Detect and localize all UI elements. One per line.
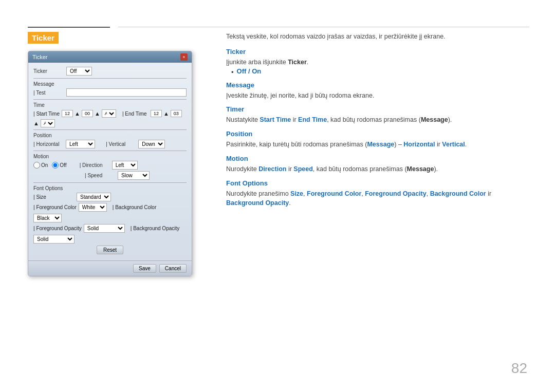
start-time-label: | Start Time xyxy=(33,111,60,117)
position-block: Position Pasirinkite, kaip turėtų būti r… xyxy=(226,130,529,150)
ticker-row: Ticker Off On xyxy=(33,67,187,76)
message-row: | Test xyxy=(33,88,187,97)
message-block: Message Įveskite žinutę, jei norite, kad… xyxy=(226,81,529,101)
off-on-text: Off / On xyxy=(237,67,262,75)
time-group: | Start Time 12 ▲ 00 ▲ AM PM | End Time … xyxy=(33,109,187,127)
intro-text: Tekstą veskite, kol rodomas vaizdo įraša… xyxy=(226,32,529,42)
motion-block-title: Motion xyxy=(226,155,529,162)
message-bold-1: Message xyxy=(421,116,448,123)
message-bold-2: Message xyxy=(367,141,394,148)
ticker-block-text: Įjunkite arba išjunkite Ticker. xyxy=(226,58,529,67)
bullet-dot-1: • xyxy=(231,68,234,76)
fg-opacity-select[interactable]: Solid Transparent xyxy=(84,224,125,233)
position-row: | Horizontal Left Right Center | Vertica… xyxy=(33,140,187,148)
ticker-block: Ticker Įjunkite arba išjunkite Ticker. •… xyxy=(226,48,529,76)
motion-off-radio[interactable]: Off xyxy=(52,162,66,169)
fg-opacity-label: | Foreground Opacity xyxy=(33,226,82,231)
top-line-left xyxy=(28,27,110,28)
divider-5 xyxy=(33,182,187,183)
motion-row: On Off | Direction Left Right xyxy=(33,161,187,170)
motion-on-radio[interactable]: On xyxy=(33,162,48,169)
ticker-bullet-text: Off / On xyxy=(237,67,262,75)
speed-row: | Speed Slow Medium Fast xyxy=(85,171,187,180)
dialog-titlebar: Ticker × xyxy=(28,51,192,63)
bg-opacity-select[interactable]: Solid Transparent xyxy=(33,235,75,244)
horizontal-select[interactable]: Left Right Center xyxy=(66,140,95,148)
divider-2 xyxy=(33,99,187,100)
motion-on-label: On xyxy=(41,162,48,168)
end-hour-input[interactable] xyxy=(151,110,162,117)
itest-label: | Test xyxy=(33,90,64,96)
motion-section-label: Motion xyxy=(33,154,187,159)
vertical-item: | Vertical Down Up xyxy=(106,140,165,148)
message-block-text: Įveskite žinutę, jei norite, kad ji būtų… xyxy=(226,91,529,101)
end-min-input[interactable] xyxy=(171,110,182,117)
fg-color-label: | Foreground Color xyxy=(33,204,77,210)
page-number: 82 xyxy=(511,360,527,377)
size-label: | Size xyxy=(33,194,75,200)
direction-item: | Direction Left Right xyxy=(80,161,138,170)
direction-bold: Direction xyxy=(258,165,286,173)
end-time-label: | End Time xyxy=(122,111,149,117)
start-ampm-select[interactable]: AM PM xyxy=(102,109,116,118)
top-line-right xyxy=(118,27,529,27)
message-section-label: Message xyxy=(33,81,187,87)
message-bold-3: Message xyxy=(407,165,434,173)
position-section-label: Position xyxy=(33,133,187,138)
motion-on-input[interactable] xyxy=(33,162,40,169)
font-options-block: Font Options Nurodykite pranešimo Size, … xyxy=(226,179,529,209)
dialog-box: Ticker × Ticker Off On Message | Test Ti… xyxy=(28,51,192,276)
dialog-footer: Save Cancel xyxy=(28,260,192,276)
timer-block-title: Timer xyxy=(226,105,529,113)
reset-button[interactable]: Reset xyxy=(97,246,123,254)
ticker-label: Ticker xyxy=(33,68,64,74)
speed-bold: Speed xyxy=(293,165,313,173)
font-options-block-text: Nurodykite pranešimo Size, Foreground Co… xyxy=(226,189,529,209)
direction-select[interactable]: Left Right xyxy=(112,161,138,170)
vertical-bold: Vertical xyxy=(442,141,465,148)
save-button[interactable]: Save xyxy=(133,264,156,273)
speed-label: | Speed xyxy=(85,173,116,178)
dialog-body: Ticker Off On Message | Test Time | Star… xyxy=(28,63,192,260)
fg-color-select[interactable]: White Black xyxy=(79,203,107,212)
right-section: Tekstą veskite, kol rodomas vaizdo įraša… xyxy=(226,32,529,213)
font-options-section-label: Font Options xyxy=(33,185,187,191)
bg-color-label: | Background Color xyxy=(113,204,156,210)
ticker-bullet: • Off / On xyxy=(231,67,529,76)
position-block-text: Pasirinkite, kaip turėtų būti rodomas pr… xyxy=(226,140,529,150)
divider-3 xyxy=(33,129,187,130)
speed-select[interactable]: Slow Medium Fast xyxy=(118,171,150,180)
ticker-bold: Ticker xyxy=(288,59,307,66)
message-input[interactable] xyxy=(66,88,187,97)
timer-block-text: Nustatykite Start Time ir End Time, kad … xyxy=(226,115,529,125)
fg-color-bold: Foreground Color xyxy=(307,190,361,197)
start-min-input[interactable]: 00 xyxy=(82,110,93,117)
bg-color-select[interactable]: Black White xyxy=(33,214,62,222)
cancel-button[interactable]: Cancel xyxy=(159,264,187,273)
bg-color-bold: Background Color xyxy=(430,190,486,197)
motion-block-text: Nurodykite Direction ir Speed, kad būtų … xyxy=(226,164,529,174)
divider-1 xyxy=(33,78,187,79)
section-title: Ticker xyxy=(28,32,59,44)
motion-off-label: Off xyxy=(60,162,66,168)
horizontal-label: | Horizontal xyxy=(33,141,64,147)
size-select[interactable]: Standard Large Small xyxy=(77,193,111,201)
dialog-close-button[interactable]: × xyxy=(180,53,188,61)
vertical-label: | Vertical xyxy=(106,141,137,147)
motion-off-input[interactable] xyxy=(52,162,59,169)
direction-label: | Direction xyxy=(80,162,110,168)
fg-opacity-bold: Foreground Opacity xyxy=(365,190,426,197)
end-time-bold: End Time xyxy=(298,116,327,123)
horizontal-item: | Horizontal Left Right Center xyxy=(33,140,95,148)
ticker-block-title: Ticker xyxy=(226,48,529,55)
ticker-select[interactable]: Off On xyxy=(66,67,92,76)
motion-block: Motion Nurodykite Direction ir Speed, ka… xyxy=(226,155,529,174)
start-time-bold: Start Time xyxy=(260,116,291,123)
end-ampm-select[interactable]: AM PM xyxy=(41,119,55,127)
dialog-title: Ticker xyxy=(32,54,48,60)
horizontal-bold: Horizontal xyxy=(403,141,435,148)
start-hour-input[interactable]: 12 xyxy=(62,110,73,117)
divider-4 xyxy=(33,151,187,151)
font-options-block-title: Font Options xyxy=(226,179,529,187)
vertical-select[interactable]: Down Up xyxy=(138,140,165,148)
